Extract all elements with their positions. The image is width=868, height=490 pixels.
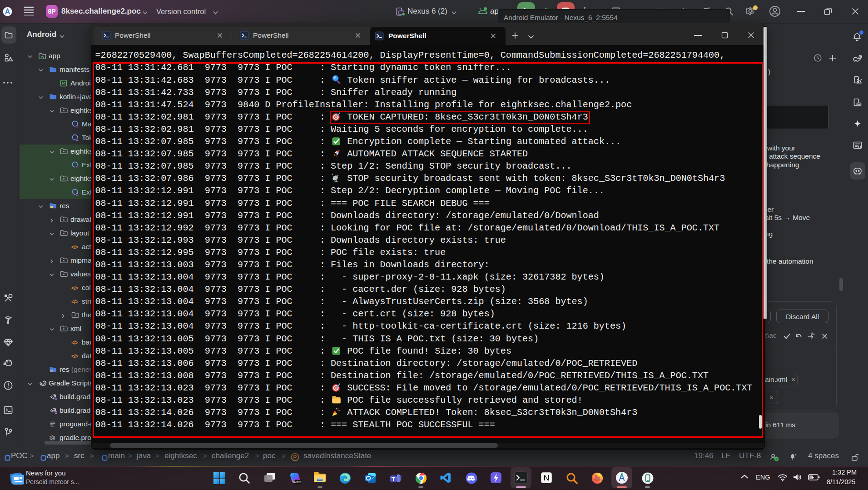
- svg-text:M365: M365: [294, 481, 301, 484]
